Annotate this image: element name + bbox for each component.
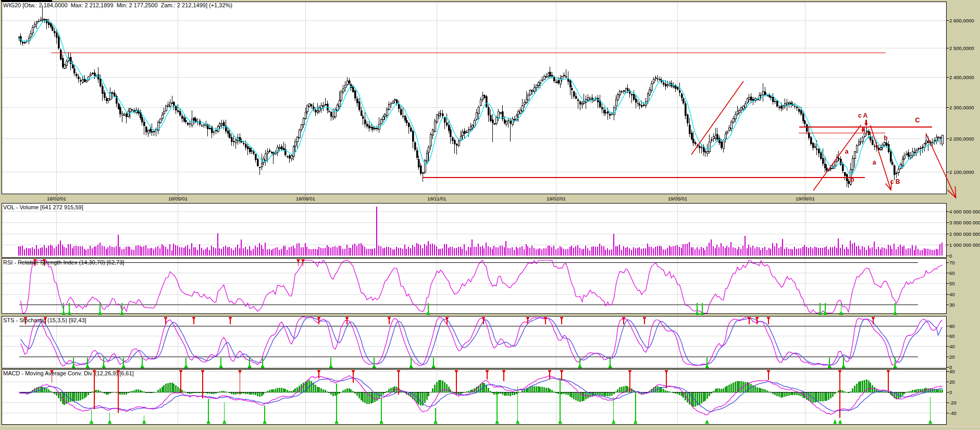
svg-text:20: 20 [949,379,955,385]
svg-text:RSI - Relative Strength Index: RSI - Relative Strength Index (14,30,70)… [3,259,124,265]
svg-text:4 000 000 000: 4 000 000 000 [949,209,980,214]
svg-text:70: 70 [949,260,955,265]
svg-text:19/02/01: 19/02/01 [547,196,566,201]
svg-text:18/08/01: 18/08/01 [296,196,315,201]
svg-text:2 600,0000: 2 600,0000 [949,18,974,23]
svg-text:b: b [850,176,854,183]
svg-text:50: 50 [949,281,955,286]
svg-text:30: 30 [949,302,955,308]
svg-text:80: 80 [949,323,955,329]
svg-text:19/08/01: 19/08/01 [796,196,815,201]
svg-text:20: 20 [949,354,955,360]
svg-text:2 100,0000: 2 100,0000 [949,169,974,175]
svg-text:40: 40 [949,369,955,374]
svg-text:40: 40 [949,292,955,297]
svg-text:2 000 000 000: 2 000 000 000 [949,231,980,237]
svg-text:-40: -40 [949,410,957,416]
svg-text:2 400,0000: 2 400,0000 [949,74,974,80]
svg-text:2 500,0000: 2 500,0000 [949,45,974,51]
svg-text:3 000 000 000: 3 000 000 000 [949,220,980,225]
svg-text:1 000 000 000: 1 000 000 000 [949,242,980,248]
svg-text:40: 40 [949,344,955,349]
svg-text:VOL - Volume [641 272 915,59]: VOL - Volume [641 272 915,59] [3,204,83,210]
svg-text:c B: c B [890,178,900,185]
svg-text:c A: c A [858,112,868,119]
svg-text:19/05/01: 19/05/01 [668,196,687,201]
svg-text:-20: -20 [949,400,957,406]
svg-text:a: a [873,159,876,166]
svg-text:0: 0 [949,389,952,395]
svg-text:18/02/01: 18/02/01 [47,196,66,201]
svg-text:18/11/01: 18/11/01 [427,196,446,201]
svg-text:a: a [845,148,849,155]
svg-text:2 200,0000: 2 200,0000 [949,136,974,142]
svg-text:b: b [884,134,887,142]
svg-text:2 300,0000: 2 300,0000 [949,105,974,110]
svg-text:18/05/01: 18/05/01 [168,196,188,201]
svg-text:WIG20 [Otw.: 2 184,0000 Max:: WIG20 [Otw.: 2 184,0000 Max: 2 212,1899 … [3,2,232,8]
svg-text:0: 0 [949,253,952,259]
svg-text:60: 60 [949,333,955,339]
svg-text:MACD - Moving Average Conv. Di: MACD - Moving Average Conv. Div. (12,26,… [3,370,134,376]
svg-text:60: 60 [949,270,955,276]
svg-text:STS - Stochastic (15,3,5) [92,: STS - Stochastic (15,3,5) [92,43] [3,317,86,323]
svg-text:C: C [915,116,920,124]
